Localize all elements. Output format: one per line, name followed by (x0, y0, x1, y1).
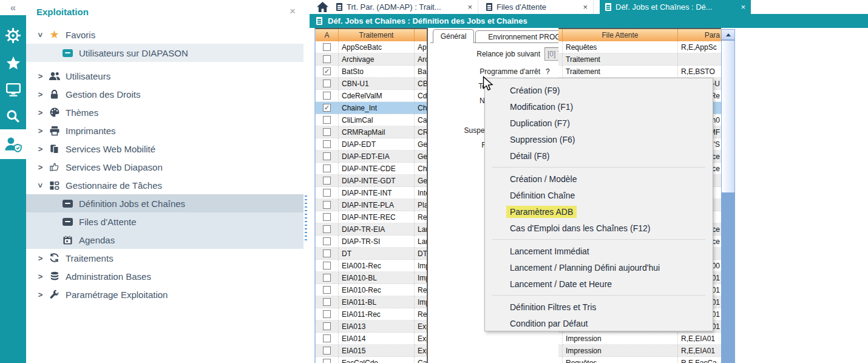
scroll-up-icon[interactable] (721, 29, 735, 40)
checkbox-unchecked[interactable] (323, 152, 331, 160)
close-icon[interactable]: × (467, 2, 472, 12)
checkbox-unchecked[interactable] (323, 262, 331, 270)
user-security-icon[interactable] (0, 129, 26, 159)
splitter-grip[interactable] (305, 195, 307, 243)
field-input[interactable]: [0] TOUJ (544, 47, 558, 61)
checkbox-unchecked[interactable] (323, 237, 331, 245)
checkbox-unchecked[interactable] (323, 298, 331, 306)
sidebar-item-agendas[interactable]: Agendas (26, 231, 303, 249)
checkbox-unchecked[interactable] (323, 128, 331, 136)
collapse-sidebar-icon[interactable]: « (0, 0, 26, 15)
menu-item-modification-f1-[interactable]: Modification (F1) (485, 98, 713, 115)
sidebar-item-th-mes[interactable]: >Thèmes (26, 103, 303, 121)
vertical-scrollbar[interactable] (721, 29, 735, 363)
favorites-star-icon[interactable] (0, 52, 26, 74)
checkbox-checked[interactable]: ✓ (323, 104, 331, 112)
menu-item-lancement-imm-diat[interactable]: Lancement Immédiat (485, 243, 713, 259)
sidebar-item-services-web-mobilit-[interactable]: >Services Web Mobilité (26, 140, 303, 158)
checkbox-unchecked[interactable] (323, 80, 331, 87)
menu-item-cas-d-emploi-dans-les-cha-nes-f12-[interactable]: Cas d'Emploi dans les Chaînes (F12) (485, 220, 713, 236)
checkbox-unchecked[interactable] (323, 43, 331, 51)
module-slate-icon (61, 215, 75, 228)
checkbox-unchecked[interactable] (323, 249, 331, 257)
sidebar-item-utilisateurs[interactable]: >Utilisateurs (26, 67, 303, 85)
cell-file-attente: Requêtes (563, 357, 678, 363)
sidebar-item-d-finition-jobs-et-cha-nes[interactable]: Définition Jobs et Chaînes (26, 194, 303, 212)
close-icon[interactable]: × (741, 2, 745, 12)
tab-1[interactable]: Trt. Par. (ADM-AP) : Trait...× (331, 0, 478, 14)
checkbox-unchecked[interactable] (323, 189, 331, 197)
checkbox-unchecked[interactable] (323, 347, 331, 355)
cell-traitement: CdeRelValM (339, 90, 415, 102)
close-icon[interactable]: × (583, 2, 588, 12)
menu-item-d-finition-cha-ne[interactable]: Définition Chaîne (485, 187, 713, 203)
search-icon[interactable] (0, 105, 26, 127)
checkbox-unchecked[interactable] (323, 201, 331, 209)
document-icon (336, 3, 342, 11)
sidebar-item-files-d-attente[interactable]: Files d'Attente (26, 212, 303, 231)
column-header-traitement[interactable]: Traitement (339, 29, 415, 41)
sidebar-item-administration-bases[interactable]: >Administration Bases (26, 267, 303, 285)
cell-traitement: DIAP-INTE-GDT (339, 175, 415, 187)
tab-3[interactable]: Déf. Jobs et Chaînes : Dé...× (600, 0, 751, 14)
tab-general[interactable]: Général (433, 29, 474, 43)
menu-item-lancement-date-et-heure[interactable]: Lancement / Date et Heure (485, 276, 713, 292)
sidebar-item-param-trage-exploitation[interactable]: >Paramétrage Exploitation (26, 285, 303, 304)
chevron-right-icon[interactable]: > (36, 272, 44, 281)
scrollbar-thumb[interactable] (721, 40, 735, 193)
sidebar-item-services-web-diapason[interactable]: >Services Web Diapason (26, 158, 303, 176)
checkbox-unchecked[interactable] (323, 55, 331, 63)
menu-item-d-finition-filtres-et-tris[interactable]: Définition Filtres et Tris (485, 299, 713, 315)
chevron-right-icon[interactable]: > (36, 72, 44, 81)
settings-wheel-icon[interactable] (0, 24, 26, 46)
checkbox-unchecked[interactable] (323, 334, 331, 342)
menu-item-lancement-planning-d-fini-aujourd-hui[interactable]: Lancement / Planning Défini aujourd'hui (485, 259, 713, 276)
checkbox-unchecked[interactable] (323, 310, 331, 318)
checkbox-unchecked[interactable] (323, 92, 331, 100)
chevron-right-icon[interactable]: > (36, 90, 44, 99)
chevron-down-icon[interactable]: > (36, 31, 45, 39)
checkbox-unchecked[interactable] (323, 359, 331, 363)
column-header-a[interactable]: A (316, 29, 339, 41)
chevron-right-icon[interactable]: > (36, 290, 44, 299)
chevron-right-icon[interactable]: > (36, 144, 44, 154)
menu-item-param-tres-adb[interactable]: Paramètres ADB (485, 203, 713, 220)
checkbox-unchecked[interactable] (323, 213, 331, 221)
sidebar-item-gestionnaire-de-t-ches[interactable]: >Gestionnaire de Tâches (26, 176, 303, 194)
checkbox-unchecked[interactable] (323, 140, 331, 148)
chevron-down-icon[interactable]: > (36, 182, 45, 189)
checkbox-unchecked[interactable] (323, 177, 331, 185)
column-header-para[interactable]: Para (678, 29, 721, 41)
menu-item-suppression-f6-[interactable]: Suppression (F6) (485, 131, 713, 148)
checkbox-unchecked[interactable] (323, 116, 331, 124)
sidebar-item-imprimantes[interactable]: >Imprimantes (26, 121, 303, 140)
sidebar-item-utilisateurs-sur-diapason[interactable]: Utilisateurs sur DIAPASON (26, 44, 303, 62)
chevron-right-icon[interactable]: > (36, 108, 44, 117)
checkbox-unchecked[interactable] (323, 225, 331, 233)
menu-item-d-tail-f8-[interactable]: Détail (F8) (485, 148, 713, 164)
chevron-right-icon[interactable]: > (36, 254, 44, 263)
menu-item-cr-ation-f9-[interactable]: Création (F9) (485, 82, 713, 98)
tab-2[interactable]: Files d'Attente× (481, 0, 594, 14)
menu-item-condition-par-d-faut[interactable]: Condition par Défaut (485, 315, 713, 331)
chevron-right-icon[interactable]: > (36, 126, 44, 135)
sidebar-item-traitements[interactable]: >Traitements (26, 249, 303, 267)
menu-item-cr-ation-mod-le[interactable]: Création / Modèle (485, 171, 713, 187)
field-row-relance-job-suivant: Relance job suivant[0] TOUJ (428, 44, 558, 64)
checkbox-checked[interactable]: ✓ (323, 67, 331, 75)
checkbox-unchecked[interactable] (323, 322, 331, 330)
screen-icon[interactable] (0, 79, 26, 101)
sidebar-item-gestion-des-droits[interactable]: >Gestion des Droits (26, 85, 303, 103)
checkbox-unchecked[interactable] (323, 274, 331, 282)
tab-environnement-prog[interactable]: Environnement PROG (475, 30, 558, 43)
chevron-right-icon[interactable]: > (36, 163, 44, 172)
checkbox-unchecked[interactable] (323, 165, 331, 172)
cell-para: R,E,AppSc (678, 41, 721, 53)
checkbox-unchecked[interactable] (323, 286, 331, 294)
column-header-file-attente[interactable]: File Attente (563, 29, 678, 41)
cell-traitement: EIA011-BL (339, 296, 415, 308)
menu-item-duplication-f7-[interactable]: Duplication (F7) (485, 115, 713, 131)
close-icon[interactable]: × (290, 5, 296, 18)
sidebar-item-favoris[interactable]: >★Favoris (26, 25, 303, 44)
home-icon[interactable] (314, 1, 330, 13)
